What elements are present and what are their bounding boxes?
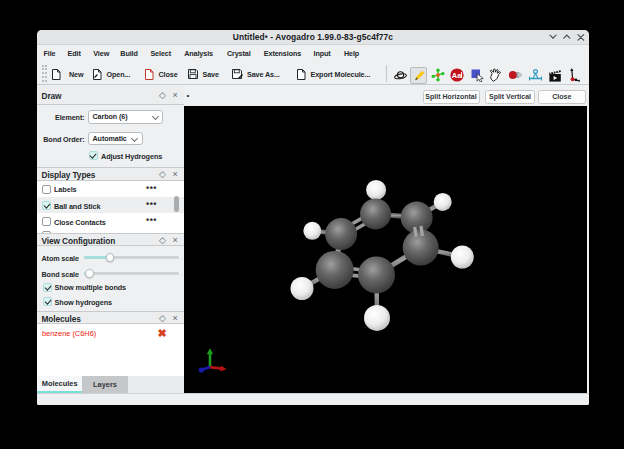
svg-text:Aa: Aa	[452, 71, 462, 80]
